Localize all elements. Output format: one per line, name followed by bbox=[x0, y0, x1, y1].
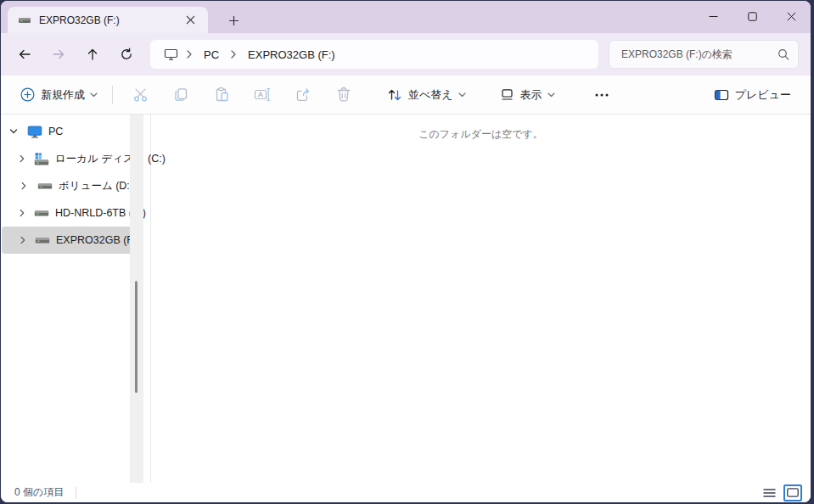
chevron-right-icon bbox=[186, 50, 193, 59]
details-view-icon bbox=[763, 488, 776, 498]
file-list-pane[interactable]: このフォルダーは空です。 bbox=[151, 115, 811, 483]
back-button[interactable] bbox=[8, 39, 42, 70]
copy-icon bbox=[173, 87, 189, 103]
chevron-down-icon[interactable] bbox=[8, 127, 20, 136]
rename-button[interactable] bbox=[245, 81, 279, 109]
details-view-button[interactable] bbox=[760, 484, 778, 501]
drive-icon bbox=[37, 179, 53, 193]
refresh-button[interactable] bbox=[109, 39, 143, 70]
delete-button[interactable] bbox=[327, 81, 361, 109]
breadcrumb[interactable]: PC EXPRO32GB (F:) bbox=[150, 40, 598, 69]
status-divider bbox=[76, 487, 76, 499]
sidebar-item-label: ローカル ディスク (C:) bbox=[55, 152, 166, 166]
maximize-button[interactable] bbox=[733, 1, 772, 31]
delete-icon bbox=[336, 87, 351, 103]
large-icons-view-button[interactable] bbox=[783, 484, 802, 501]
explorer-tab[interactable]: EXPRO32GB (F:) bbox=[8, 7, 208, 33]
sidebar-item-label: ボリューム (D:) bbox=[59, 179, 133, 193]
drive-icon bbox=[35, 233, 50, 248]
paste-button[interactable] bbox=[205, 81, 239, 109]
new-button[interactable]: 新規作成 bbox=[13, 81, 105, 109]
cut-icon bbox=[132, 87, 149, 103]
chevron-down-icon bbox=[547, 92, 555, 98]
drive-icon bbox=[34, 206, 49, 221]
toolbar-separator bbox=[112, 86, 113, 104]
up-button[interactable] bbox=[76, 39, 109, 70]
view-button[interactable]: 表示 bbox=[492, 81, 563, 109]
empty-folder-message: このフォルダーは空です。 bbox=[418, 128, 543, 140]
close-button[interactable] bbox=[772, 1, 811, 31]
sidebar-item-volume-d[interactable]: ボリューム (D:) bbox=[1, 172, 136, 199]
breadcrumb-item-pc[interactable]: PC bbox=[200, 47, 222, 63]
plus-circle-icon bbox=[20, 87, 35, 102]
share-icon bbox=[295, 87, 312, 103]
sidebar-item-hd-nrld-6tb-e[interactable]: HD-NRLD-6TB (E:) bbox=[1, 199, 136, 227]
share-button[interactable] bbox=[286, 81, 320, 109]
chevron-right-icon[interactable] bbox=[19, 236, 27, 244]
window-controls bbox=[693, 1, 811, 33]
sort-icon bbox=[387, 87, 402, 103]
sort-button-label: 並べ替え bbox=[408, 87, 453, 103]
system-drive-icon bbox=[34, 152, 49, 166]
copy-button[interactable] bbox=[164, 81, 198, 109]
search-input[interactable] bbox=[621, 48, 778, 60]
file-explorer-window: EXPRO32GB (F:) bbox=[1, 1, 811, 502]
tab-title: EXPRO32GB (F:) bbox=[39, 14, 179, 26]
tab-bar: EXPRO32GB (F:) bbox=[1, 1, 811, 33]
view-icon bbox=[500, 87, 514, 102]
paste-icon bbox=[214, 87, 230, 103]
drive-icon bbox=[18, 14, 31, 27]
cut-button[interactable] bbox=[123, 81, 157, 109]
status-bar: 0 個の項目 bbox=[1, 483, 811, 502]
forward-button[interactable] bbox=[42, 39, 76, 70]
chevron-right-icon bbox=[230, 50, 237, 59]
preview-button-label: プレビュー bbox=[735, 87, 791, 103]
rename-icon bbox=[254, 87, 271, 103]
monitor-icon bbox=[27, 125, 42, 139]
sidebar-item-expro32gb-f[interactable]: EXPRO32GB (F:) bbox=[2, 227, 136, 254]
explorer-body: PC ローカル ディス bbox=[1, 115, 811, 483]
chevron-right-icon[interactable] bbox=[18, 209, 26, 217]
search-box[interactable] bbox=[609, 40, 799, 69]
sidebar-item-label: EXPRO32GB (F:) bbox=[56, 234, 140, 246]
sidebar-item-local-disk-c[interactable]: ローカル ディスク (C:) bbox=[1, 145, 136, 172]
sidebar-item-label: PC bbox=[48, 126, 63, 137]
new-button-label: 新規作成 bbox=[41, 87, 85, 103]
minimize-button[interactable] bbox=[693, 1, 733, 31]
sidebar-scrollbar-track[interactable] bbox=[130, 115, 143, 483]
tab-close-icon[interactable] bbox=[179, 10, 201, 31]
preview-button[interactable]: プレビュー bbox=[706, 81, 799, 109]
sort-button[interactable]: 並べ替え bbox=[379, 81, 474, 109]
more-options-button[interactable] bbox=[585, 81, 619, 109]
sidebar-item-pc[interactable]: PC bbox=[1, 118, 136, 145]
item-count: 0 個の項目 bbox=[14, 485, 64, 500]
new-tab-button[interactable] bbox=[219, 8, 248, 33]
chevron-down-icon bbox=[90, 92, 98, 98]
search-icon[interactable] bbox=[778, 48, 789, 60]
chevron-right-icon[interactable] bbox=[18, 182, 30, 190]
chevron-right-icon[interactable] bbox=[18, 154, 26, 163]
command-toolbar: 新規作成 bbox=[1, 76, 811, 115]
chevron-down-icon bbox=[458, 92, 466, 98]
large-icons-view-icon bbox=[787, 488, 799, 497]
navigation-pane: PC ローカル ディス bbox=[1, 115, 151, 483]
breadcrumb-item-drive[interactable]: EXPRO32GB (F:) bbox=[244, 47, 339, 63]
preview-pane-icon bbox=[714, 88, 729, 102]
this-pc-icon[interactable] bbox=[164, 48, 178, 61]
sidebar-scrollbar-thumb[interactable] bbox=[135, 281, 138, 393]
navigation-bar: PC EXPRO32GB (F:) bbox=[1, 33, 811, 76]
ellipsis-icon bbox=[594, 92, 609, 98]
view-mode-toggle bbox=[760, 484, 802, 501]
view-button-label: 表示 bbox=[520, 87, 542, 103]
